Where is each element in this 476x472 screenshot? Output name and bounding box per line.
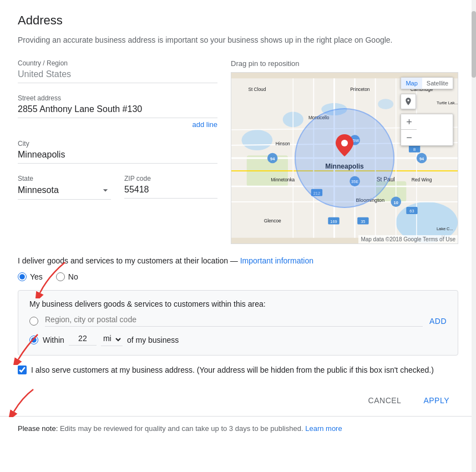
country-label: Country / Region bbox=[18, 59, 217, 67]
postal-input[interactable] bbox=[45, 315, 423, 327]
zoom-controls[interactable]: + − bbox=[401, 114, 453, 146]
yes-label: Yes bbox=[30, 272, 43, 281]
no-label: No bbox=[68, 272, 78, 281]
country-field: Country / Region United States bbox=[18, 59, 217, 83]
state-field: State Minnesota bbox=[18, 175, 111, 200]
zip-label: ZIP code bbox=[124, 175, 217, 182]
delivery-area-title: My business delivers goods & services to… bbox=[29, 300, 447, 308]
svg-text:Minnetonka: Minnetonka bbox=[271, 177, 295, 182]
state-zip-row: State Minnesota ZIP code 55418 bbox=[18, 175, 217, 200]
svg-text:169: 169 bbox=[330, 219, 337, 224]
learn-more-link[interactable]: Learn more bbox=[305, 424, 342, 433]
svg-text:94: 94 bbox=[419, 156, 424, 161]
svg-text:8: 8 bbox=[413, 147, 416, 152]
svg-point-2 bbox=[242, 130, 273, 150]
city-value[interactable]: Minneapolis bbox=[18, 150, 217, 164]
chevron-down-icon bbox=[100, 185, 111, 196]
delivery-area-box: My business delivers goods & services to… bbox=[18, 290, 458, 356]
serve-checkbox[interactable] bbox=[18, 366, 27, 374]
add-line-link[interactable]: add line bbox=[18, 120, 217, 129]
svg-text:Red Wing: Red Wing bbox=[412, 177, 432, 182]
scrollbar[interactable] bbox=[472, 0, 476, 472]
map-radius-circle bbox=[295, 108, 394, 208]
map-pin[interactable] bbox=[336, 134, 353, 158]
map-button[interactable]: Map bbox=[401, 78, 422, 89]
no-radio[interactable] bbox=[56, 272, 65, 281]
deliver-text: I deliver goods and services to my custo… bbox=[18, 255, 458, 267]
svg-point-55 bbox=[341, 140, 348, 146]
svg-point-5 bbox=[378, 99, 393, 109]
drag-label: Drag pin to reposition bbox=[231, 59, 458, 68]
svg-text:Lake C...: Lake C... bbox=[437, 226, 453, 231]
add-button[interactable]: ADD bbox=[429, 317, 447, 326]
note-bold: Please note: bbox=[18, 424, 58, 433]
zoom-out-button[interactable]: − bbox=[401, 130, 417, 145]
bottom-note: Please note: Edits may be reviewed for q… bbox=[0, 416, 476, 441]
note-text: Edits may be reviewed for quality and ca… bbox=[60, 424, 305, 433]
action-buttons: CANCEL APPLY bbox=[18, 385, 458, 416]
map-type-toggle[interactable]: Map Satellite bbox=[401, 77, 453, 89]
state-label: State bbox=[18, 175, 111, 182]
deliver-section: I deliver goods and services to my custo… bbox=[18, 255, 458, 416]
page-title: Address bbox=[18, 13, 458, 28]
map-controls: Map Satellite + − bbox=[401, 77, 453, 146]
within-value-input[interactable] bbox=[69, 334, 97, 346]
within-radio[interactable] bbox=[29, 336, 38, 344]
zip-field: ZIP code 55418 bbox=[124, 175, 217, 200]
postal-radio[interactable] bbox=[29, 317, 38, 326]
svg-text:35: 35 bbox=[361, 219, 365, 224]
svg-text:63: 63 bbox=[409, 209, 414, 214]
serve-checkbox-label: I also serve customers at my business ad… bbox=[31, 364, 434, 376]
cancel-button[interactable]: CANCEL bbox=[359, 392, 411, 409]
scrollbar-thumb[interactable] bbox=[472, 11, 476, 78]
yes-radio-option[interactable]: Yes bbox=[18, 272, 43, 281]
deliver-radio-group: Yes No bbox=[18, 272, 458, 281]
state-select[interactable]: Minnesota bbox=[18, 185, 111, 200]
map-container[interactable]: 94 94 35W 35E 10 Minneapolis St Paul Blo… bbox=[231, 72, 458, 244]
no-radio-option[interactable]: No bbox=[56, 272, 78, 281]
yes-radio[interactable] bbox=[18, 272, 27, 281]
within-suffix: of my business bbox=[127, 336, 179, 344]
zoom-in-button[interactable]: + bbox=[401, 114, 417, 130]
within-prefix: Within bbox=[43, 336, 64, 344]
page-subtitle: Providing an accurate business address i… bbox=[18, 34, 458, 46]
country-value[interactable]: United States bbox=[18, 69, 217, 83]
svg-text:St Cloud: St Cloud bbox=[248, 87, 266, 92]
important-info-link[interactable]: Important information bbox=[240, 256, 313, 265]
svg-text:94: 94 bbox=[270, 156, 275, 161]
street-label: Street address bbox=[18, 94, 217, 102]
map-section: Drag pin to reposition bbox=[231, 59, 458, 244]
within-row: Within mi km o bbox=[29, 333, 447, 346]
street-value[interactable]: 2855 Anthony Lane South #130 bbox=[18, 104, 217, 118]
svg-text:Glencoe: Glencoe bbox=[264, 218, 281, 224]
city-field: City Minneapolis bbox=[18, 140, 217, 164]
map-attribution: Map data ©2018 Google Terms of Use bbox=[358, 235, 458, 243]
state-value: Minnesota bbox=[18, 185, 100, 195]
postal-row: ADD bbox=[29, 315, 447, 327]
svg-text:10: 10 bbox=[394, 200, 398, 205]
city-label: City bbox=[18, 140, 217, 148]
apply-button[interactable]: APPLY bbox=[414, 392, 458, 409]
street-field: Street address 2855 Anthony Lane South #… bbox=[18, 94, 217, 129]
svg-text:Princeton: Princeton bbox=[350, 87, 370, 92]
serve-checkbox-row: I also serve customers at my business ad… bbox=[18, 364, 458, 376]
annotation-arrow-2 bbox=[7, 332, 46, 365]
svg-text:Hinson: Hinson bbox=[276, 141, 290, 146]
zip-value[interactable]: 55418 bbox=[124, 185, 217, 199]
satellite-button[interactable]: Satellite bbox=[422, 78, 453, 89]
streetview-button[interactable] bbox=[401, 94, 416, 109]
unit-select[interactable]: mi km bbox=[101, 333, 123, 346]
